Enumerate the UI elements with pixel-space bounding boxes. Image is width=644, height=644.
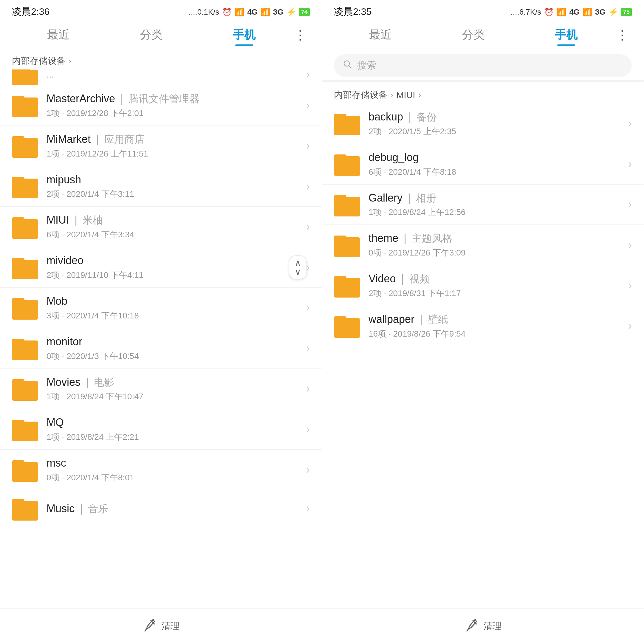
list-item[interactable]: Movies | 电影 1项 · 2019/8/24 下午10:47 ›	[0, 369, 322, 409]
folder-info: mipush 2项 · 2020/1/4 下午3:11	[47, 173, 303, 200]
folder-name: MQ	[47, 416, 303, 430]
left-battery: 74	[299, 8, 310, 16]
left-nav-more[interactable]: ⋮	[291, 27, 310, 42]
left-status-time: 凌晨2:36	[12, 5, 49, 18]
right-4g-icon: 4G	[569, 7, 580, 17]
list-item[interactable]: mipush 2项 · 2020/1/4 下午3:11 ›	[0, 166, 322, 207]
folder-arrow: ›	[628, 117, 632, 130]
list-item[interactable]: MQ 1项 · 2019/8/24 上午2:21 ›	[0, 409, 322, 450]
right-tab-recent[interactable]: 最近	[334, 24, 427, 45]
folder-name: Gallery | 相册	[369, 191, 625, 205]
folder-arrow: ›	[628, 239, 632, 251]
folder-name: MasterArchive | 腾讯文件管理器	[47, 92, 303, 106]
right-clean-icon	[465, 617, 480, 636]
right-nav-more[interactable]: ⋮	[613, 27, 632, 42]
folder-icon	[12, 296, 38, 320]
left-nav-tabs: 最近 分类 手机 ⋮	[0, 21, 322, 48]
left-partial-item: ... ›	[0, 70, 322, 85]
folder-arrow: ›	[306, 464, 310, 476]
folder-info: Music | 音乐	[47, 502, 303, 516]
right-breadcrumb: 内部存储设备 › MIUI ›	[322, 82, 644, 103]
list-item[interactable]: wallpaper | 壁纸 16项 · 2019/8/26 下午9:54 ›	[322, 306, 644, 346]
list-item[interactable]: Gallery | 相册 1项 · 2019/8/24 上午12:56 ›	[322, 185, 644, 225]
folder-arrow: ›	[306, 99, 310, 112]
left-bottom-bar[interactable]: 清理	[0, 608, 322, 644]
right-tab-category[interactable]: 分类	[427, 24, 520, 45]
right-tab-phone[interactable]: 手机	[520, 24, 613, 45]
right-signal-text: ....6.7K/s	[511, 7, 541, 17]
search-input[interactable]: 搜索	[357, 59, 376, 72]
right-bottom-bar[interactable]: 清理	[322, 608, 644, 644]
folder-info: monitor 0项 · 2020/1/3 下午10:54	[47, 335, 303, 362]
list-item[interactable]: backup | 备份 2项 · 2020/1/5 上午2:35 ›	[322, 103, 644, 144]
folder-icon	[12, 174, 38, 198]
folder-icon	[12, 458, 38, 482]
list-item[interactable]: Music | 音乐 ›	[0, 490, 322, 527]
right-status-time: 凌晨2:35	[334, 5, 371, 18]
folder-info: debug_log 6项 · 2020/1/4 下午8:18	[369, 151, 625, 178]
folder-meta: 0项 · 2019/12/26 下午3:09	[369, 247, 625, 258]
right-3g-icon: 3G	[595, 7, 606, 17]
folder-meta: 3项 · 2020/1/4 下午10:18	[47, 310, 303, 321]
folder-icon	[12, 377, 38, 401]
folder-info: wallpaper | 壁纸 16项 · 2019/8/26 下午9:54	[369, 312, 625, 340]
folder-name: Video | 视频	[369, 272, 625, 286]
list-item[interactable]: Mob 3项 · 2020/1/4 下午10:18 ›	[0, 288, 322, 328]
list-item[interactable]: MiMarket | 应用商店 1项 · 2019/12/26 上午11:51 …	[0, 126, 322, 166]
folder-arrow: ›	[306, 180, 310, 193]
folder-meta: 1项 · 2019/12/26 上午11:51	[47, 148, 303, 160]
list-item[interactable]: Video | 视频 2项 · 2019/8/31 下午1:17 ›	[322, 265, 644, 306]
right-breadcrumb-mid: MIUI	[396, 90, 415, 100]
list-item[interactable]: debug_log 6项 · 2020/1/4 下午8:18 ›	[322, 144, 644, 185]
svg-rect-11	[12, 258, 24, 263]
left-4g-icon: 4G	[247, 7, 258, 17]
list-item[interactable]: msc 0项 · 2020/1/4 下午8:01 ›	[0, 450, 322, 490]
folder-arrow: ›	[628, 158, 632, 170]
folder-meta: 1项 · 2019/8/24 下午10:47	[47, 391, 303, 402]
folder-name: Movies | 电影	[47, 375, 303, 389]
folder-icon	[334, 193, 360, 216]
scroll-indicator[interactable]: ∧ ∨	[289, 256, 307, 279]
right-lightning-icon: ⚡	[609, 7, 618, 17]
list-item[interactable]: monitor 0项 · 2020/1/3 下午10:54 ›	[0, 328, 322, 369]
right-battery: 75	[621, 8, 632, 16]
folder-arrow: ›	[628, 198, 632, 211]
folder-info: msc 0项 · 2020/1/4 下午8:01	[47, 456, 303, 483]
partial-arrow: ›	[306, 70, 310, 81]
scroll-down-icon[interactable]: ∨	[295, 267, 301, 276]
right-clean-label: 清理	[484, 620, 501, 632]
folder-icon	[334, 112, 360, 135]
list-item[interactable]: MIUI | 米柚 6项 · 2020/1/4 下午3:34 ›	[0, 207, 322, 247]
folder-icon	[12, 134, 38, 158]
folder-info: backup | 备份 2项 · 2020/1/5 上午2:35	[369, 110, 625, 137]
folder-meta: 6项 · 2020/1/4 下午8:18	[369, 166, 625, 178]
list-item[interactable]: MasterArchive | 腾讯文件管理器 1项 · 2019/12/28 …	[0, 85, 322, 126]
folder-meta: 2项 · 2020/1/4 下午3:11	[47, 188, 303, 200]
folder-name: wallpaper | 壁纸	[369, 312, 625, 326]
folder-arrow: ›	[306, 423, 310, 436]
folder-icon	[12, 215, 38, 239]
right-breadcrumb-sep1: ›	[391, 90, 393, 100]
list-item[interactable]: mivideo 2项 · 2019/11/10 下午4:11 ∧ ∨ ›	[0, 247, 322, 288]
folder-name: Mob	[47, 294, 303, 308]
left-tab-category[interactable]: 分类	[105, 24, 198, 45]
svg-rect-23	[12, 499, 24, 504]
left-tab-recent[interactable]: 最近	[12, 24, 105, 45]
right-nav-tabs: 最近 分类 手机 ⋮	[322, 21, 644, 48]
folder-icon	[334, 233, 360, 257]
folder-name: mivideo	[47, 254, 282, 268]
folder-icon	[12, 417, 38, 441]
folder-meta: 1项 · 2019/8/24 上午12:56	[369, 207, 625, 218]
scroll-up-icon[interactable]: ∧	[295, 258, 301, 267]
folder-arrow: ›	[628, 279, 632, 292]
left-panel: 凌晨2:36 ....0.1K/s ⏰ 📶 4G 📶 3G ⚡ 74 最近 分类…	[0, 0, 322, 644]
folder-info: MiMarket | 应用商店 1项 · 2019/12/26 上午11:51	[47, 132, 303, 160]
svg-rect-37	[334, 316, 346, 322]
folder-meta: 1项 · 2019/12/28 下午2:01	[47, 108, 303, 119]
left-network-icon: 📶	[235, 7, 244, 17]
folder-meta: 1项 · 2019/8/24 上午2:21	[47, 431, 303, 443]
folder-arrow: ›	[306, 383, 310, 395]
left-tab-phone[interactable]: 手机	[198, 24, 291, 45]
svg-rect-21	[12, 460, 24, 466]
list-item[interactable]: theme | 主题风格 0项 · 2019/12/26 下午3:09 ›	[322, 225, 644, 265]
